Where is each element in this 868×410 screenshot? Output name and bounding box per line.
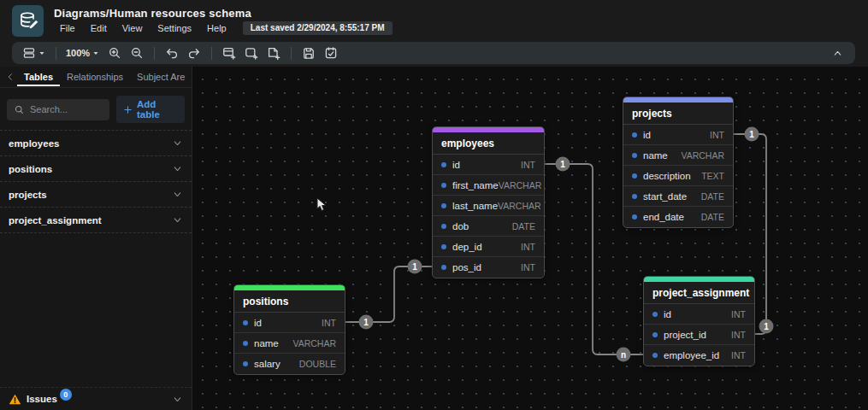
table-title[interactable]: positions <box>234 290 345 313</box>
field-type: DATE <box>701 191 724 202</box>
field-row-pos_id[interactable]: pos_id INT <box>433 257 544 278</box>
field-type: INT <box>521 160 535 170</box>
field-name: employee_id <box>664 350 719 360</box>
field-row-description[interactable]: description TEXT <box>623 166 733 186</box>
search-input[interactable] <box>30 104 103 114</box>
toolbar-strip: 100% <box>0 41 868 67</box>
field-row-id[interactable]: id INT <box>433 155 544 175</box>
field-dot-icon <box>441 183 446 188</box>
diagram-list-icon <box>22 46 36 60</box>
field-row-name[interactable]: name VARCHAR <box>234 333 345 354</box>
tab-tables[interactable]: Tables <box>17 68 60 86</box>
diagram-table-employees[interactable]: employees id INT first_name VARCHAR last… <box>432 126 545 278</box>
caret-down-icon <box>38 49 46 57</box>
zoom-in-button[interactable] <box>103 44 126 62</box>
last-saved-badge: Last saved 2/29/2024, 8:55:17 PM <box>243 21 393 35</box>
field-row-name[interactable]: name VARCHAR <box>623 145 733 166</box>
cardinality-label: 1 <box>560 160 565 169</box>
toolbar-divider <box>211 47 212 60</box>
table-accordion-list: employees positions projects project_ass… <box>0 130 192 233</box>
sidebar-item-projects[interactable]: projects <box>0 182 192 208</box>
field-row-first_name[interactable]: first_name VARCHAR <box>433 175 544 196</box>
diagram-table-project_assignment[interactable]: project_assignment id INT project_id INT… <box>643 276 755 366</box>
menu-help[interactable]: Help <box>201 21 233 35</box>
field-name: name <box>254 338 279 348</box>
tabs-scroll-left-button[interactable] <box>3 72 17 82</box>
zoom-out-button[interactable] <box>126 44 148 62</box>
field-dot-icon <box>652 353 658 358</box>
field-name: end_date <box>643 212 684 222</box>
save-button[interactable] <box>298 44 320 62</box>
todo-button[interactable] <box>320 44 342 62</box>
table-title[interactable]: employees <box>433 132 544 155</box>
collapse-header-button[interactable] <box>827 48 848 59</box>
diagram-table-projects[interactable]: projects id INT name VARCHAR description… <box>623 97 734 228</box>
zoom-in-icon <box>108 46 121 60</box>
issues-count-badge: 0 <box>60 389 72 401</box>
field-name: salary <box>254 359 280 369</box>
issues-footer[interactable]: Issues 0 <box>0 387 192 410</box>
tab-subject-are[interactable]: Subject Are <box>130 68 192 86</box>
field-name: id <box>643 130 651 140</box>
add-table-icon <box>222 46 236 60</box>
table-name-label: projects <box>9 190 47 200</box>
field-name: dob <box>452 221 469 231</box>
field-row-end_date[interactable]: end_date DATE <box>623 207 733 227</box>
diagram-list-button[interactable] <box>19 44 50 62</box>
field-row-start_date[interactable]: start_date DATE <box>623 186 733 207</box>
undo-button[interactable] <box>161 44 183 62</box>
issues-label: Issues <box>27 394 57 404</box>
field-row-id[interactable]: id INT <box>623 125 733 145</box>
field-row-last_name[interactable]: last_name VARCHAR <box>433 196 544 216</box>
field-row-dep_id[interactable]: dep_id INT <box>433 237 544 257</box>
field-row-project_id[interactable]: project_id INT <box>644 325 754 345</box>
add-table-button[interactable]: Add table <box>116 96 185 123</box>
field-type: VARCHAR <box>499 180 542 190</box>
field-type: INT <box>710 130 724 140</box>
sidebar: TablesRelationshipsSubject Are Add table… <box>0 67 192 410</box>
field-row-id[interactable]: id INT <box>234 313 345 333</box>
tab-relationships[interactable]: Relationships <box>60 68 130 86</box>
chevron-down-icon <box>172 394 183 405</box>
redo-button[interactable] <box>183 44 205 62</box>
relationship-positions.id-employees.pos_id[interactable] <box>345 266 432 322</box>
menu-file[interactable]: File <box>54 21 81 35</box>
add-table-button-toolbar[interactable] <box>218 44 240 62</box>
menu-edit[interactable]: Edit <box>85 21 113 35</box>
field-type: TEXT <box>701 171 724 181</box>
header: Diagrams/Human resources schema FileEdit… <box>0 0 868 41</box>
field-type: INT <box>521 242 535 252</box>
diagram-table-positions[interactable]: positions id INT name VARCHAR salary DOU… <box>233 284 345 375</box>
chevron-down-icon <box>172 138 183 149</box>
field-dot-icon <box>243 361 248 366</box>
field-dot-icon <box>652 332 658 337</box>
table-title[interactable]: projects <box>623 102 733 125</box>
toolbar: 100% <box>12 42 855 64</box>
field-row-id[interactable]: id INT <box>644 304 754 325</box>
menu-bar: FileEditViewSettingsHelp Last saved 2/29… <box>54 21 393 35</box>
add-area-button[interactable] <box>240 44 263 62</box>
zoom-level-select[interactable]: 100% <box>62 44 103 62</box>
menu-settings[interactable]: Settings <box>151 21 198 35</box>
search-box[interactable] <box>7 99 109 120</box>
field-dot-icon <box>441 265 446 270</box>
add-note-button[interactable] <box>263 44 285 62</box>
chevron-up-icon <box>832 48 843 59</box>
sidebar-item-project_assignment[interactable]: project_assignment <box>0 208 192 233</box>
redo-icon <box>187 46 201 60</box>
cardinality-label: 1 <box>412 262 417 272</box>
toolbar-divider <box>291 47 292 60</box>
sidebar-item-positions[interactable]: positions <box>0 156 192 182</box>
menu-view[interactable]: View <box>116 21 149 35</box>
app-logo[interactable] <box>12 5 44 37</box>
diagram-canvas[interactable]: 111n11 employees id INT first_name VARCH… <box>192 67 868 410</box>
field-name: last_name <box>452 201 498 211</box>
field-row-dob[interactable]: dob DATE <box>433 216 544 237</box>
save-icon <box>302 46 316 60</box>
table-title[interactable]: project_assignment <box>644 282 754 304</box>
todo-icon <box>324 46 338 60</box>
field-type: VARCHAR <box>681 150 724 161</box>
field-row-employee_id[interactable]: employee_id INT <box>644 345 754 366</box>
field-row-salary[interactable]: salary DOUBLE <box>234 354 345 374</box>
sidebar-item-employees[interactable]: employees <box>0 131 192 156</box>
